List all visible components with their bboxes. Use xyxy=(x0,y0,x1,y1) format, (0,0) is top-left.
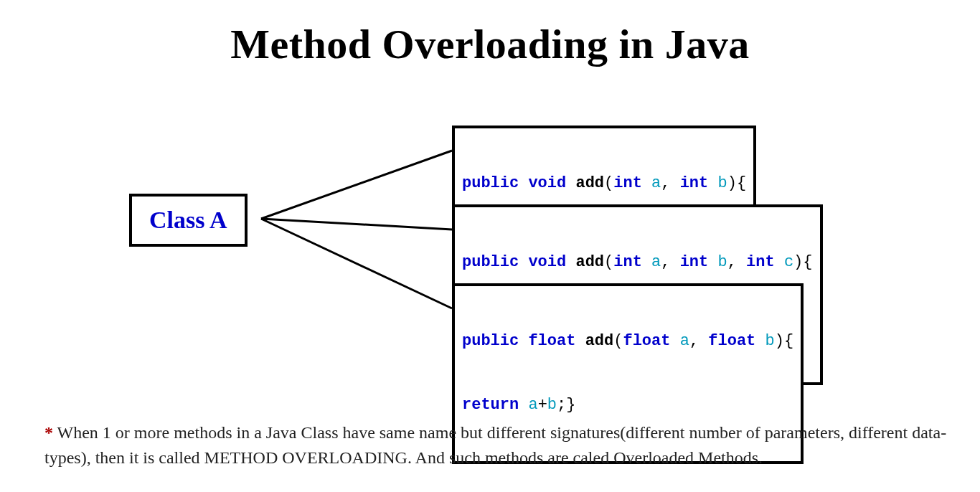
footnote-asterisk: * xyxy=(44,423,53,442)
method-body: return a+b;} xyxy=(462,394,793,416)
diagram-area: Class A public void add(int a, int b){ S… xyxy=(0,97,980,369)
svg-line-2 xyxy=(261,219,452,308)
footnote-text: When 1 or more methods in a Java Class h… xyxy=(44,423,946,467)
svg-line-0 xyxy=(261,151,452,219)
page-title: Method Overloading in Java xyxy=(0,0,980,68)
method-signature: public void add(int a, int b){ xyxy=(462,173,746,194)
class-box: Class A xyxy=(129,194,248,247)
footnote: * When 1 or more methods in a Java Class… xyxy=(44,420,951,470)
method-signature: public float add(float a, float b){ xyxy=(462,331,793,352)
method-signature: public void add(int a, int b, int c){ xyxy=(462,252,813,273)
svg-line-1 xyxy=(261,219,452,230)
